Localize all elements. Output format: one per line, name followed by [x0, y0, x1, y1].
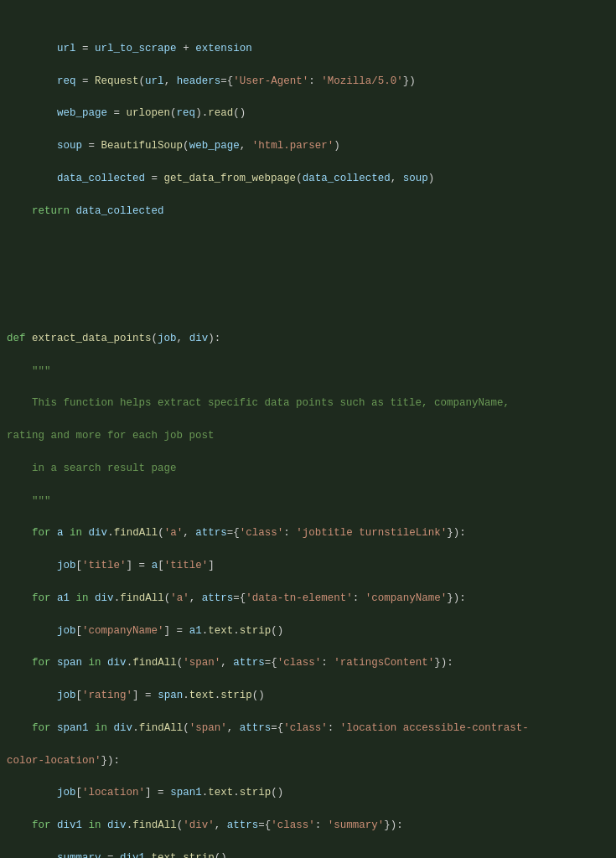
code-line: This function helps extract specific dat… [0, 395, 616, 411]
code-line: for a in div.findAll('a', attrs={'class'… [0, 525, 616, 541]
code-line: job['companyName'] = a1.text.strip() [0, 623, 616, 639]
code-line: rating and more for each job post [0, 428, 616, 444]
code-line: for a1 in div.findAll('a', attrs={'data-… [0, 591, 616, 607]
code-line: soup = BeautifulSoup(web_page, 'html.par… [0, 138, 616, 154]
code-line: req = Request(url, headers={'User-Agent'… [0, 74, 616, 90]
code-line: """ [0, 494, 616, 509]
code-line: summary = div1.text.strip() [0, 850, 616, 858]
code-line: url = url_to_scrape + extension [0, 41, 616, 57]
code-line: for span in div.findAll('span', attrs={'… [0, 655, 616, 671]
code-line: """ [0, 364, 616, 380]
code-line: return data_collected [0, 204, 616, 220]
code-line: job['location'] = span1.text.strip() [0, 785, 616, 801]
code-line: data_collected = get_data_from_webpage(d… [0, 171, 616, 187]
code-line: web_page = urlopen(req).read() [0, 106, 616, 121]
code-line: job['title'] = a['title'] [0, 558, 616, 574]
code-line: job['rating'] = span.text.strip() [0, 688, 616, 704]
code-editor: url = url_to_scrape + extension req = Re… [0, 0, 616, 858]
code-line: color-location'}): [0, 753, 616, 769]
code-line: for span1 in div.findAll('span', attrs={… [0, 721, 616, 737]
code-line: in a search result page [0, 461, 616, 477]
code-line: def extract_data_points(job, div): [0, 331, 616, 347]
code-line: for div1 in div.findAll('div', attrs={'c… [0, 818, 616, 834]
